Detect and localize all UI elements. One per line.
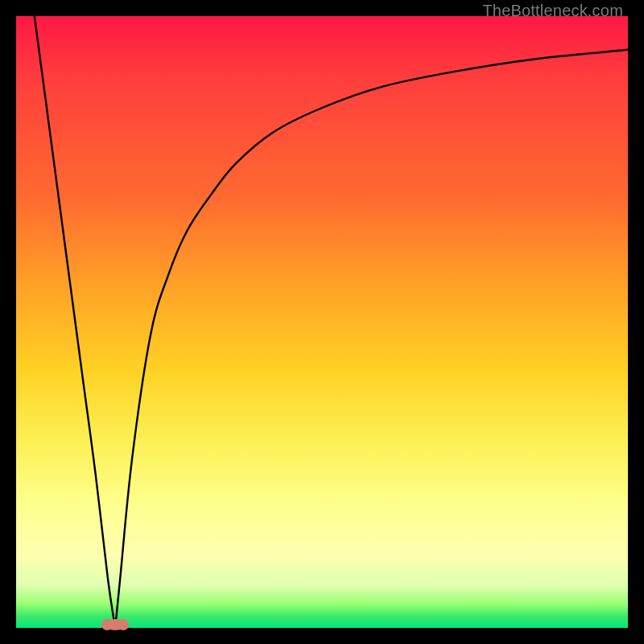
minimum-marker (101, 619, 129, 630)
bottleneck-curve (16, 16, 628, 628)
svg-point-1 (118, 619, 129, 630)
curve-left-branch (35, 16, 115, 628)
plot-frame: TheBottleneck.com (16, 16, 628, 628)
curve-right-branch (115, 50, 628, 628)
svg-point-2 (101, 619, 113, 630)
